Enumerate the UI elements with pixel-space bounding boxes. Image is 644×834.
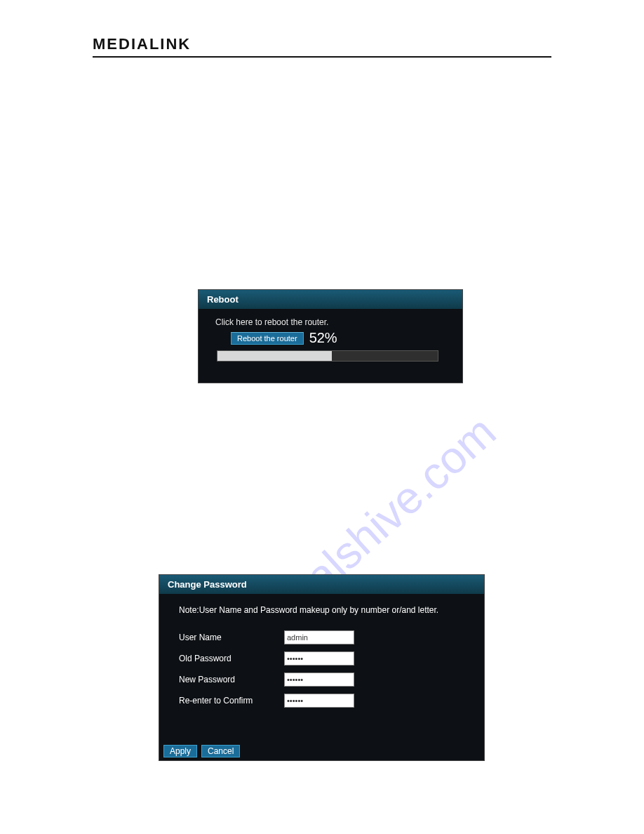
old-password-row: Old Password — [179, 651, 464, 666]
change-password-panel: Change Password Note:User Name and Passw… — [159, 574, 485, 761]
reboot-panel-title: Reboot — [199, 290, 462, 309]
confirm-password-row: Re-enter to Confirm — [179, 694, 464, 708]
new-password-input[interactable] — [284, 673, 354, 687]
apply-button[interactable]: Apply — [163, 745, 197, 757]
old-password-input[interactable] — [284, 651, 354, 666]
new-password-row: New Password — [179, 673, 464, 687]
page-header: MEDIALINK — [93, 35, 551, 63]
cancel-button[interactable]: Cancel — [201, 745, 240, 757]
username-row: User Name — [179, 630, 464, 644]
brand-logo: MEDIALINK — [93, 35, 551, 53]
header-rule — [93, 56, 551, 58]
username-label: User Name — [179, 633, 284, 642]
change-password-note: Note:User Name and Password makeup only … — [179, 605, 464, 615]
reboot-instruction: Click here to reboot the router. — [215, 317, 445, 327]
reboot-progress-fill — [217, 351, 332, 361]
reboot-percent: 52% — [309, 330, 337, 346]
change-password-title: Change Password — [159, 575, 484, 594]
reboot-button[interactable]: Reboot the router — [231, 332, 304, 345]
confirm-password-input[interactable] — [284, 694, 354, 708]
change-password-footer: Apply Cancel — [159, 742, 484, 760]
old-password-label: Old Password — [179, 654, 284, 663]
reboot-progress-bar — [217, 350, 438, 362]
reboot-panel: Reboot Click here to reboot the router. … — [198, 289, 463, 383]
new-password-label: New Password — [179, 675, 284, 684]
confirm-password-label: Re-enter to Confirm — [179, 696, 284, 706]
username-input[interactable] — [284, 630, 354, 644]
